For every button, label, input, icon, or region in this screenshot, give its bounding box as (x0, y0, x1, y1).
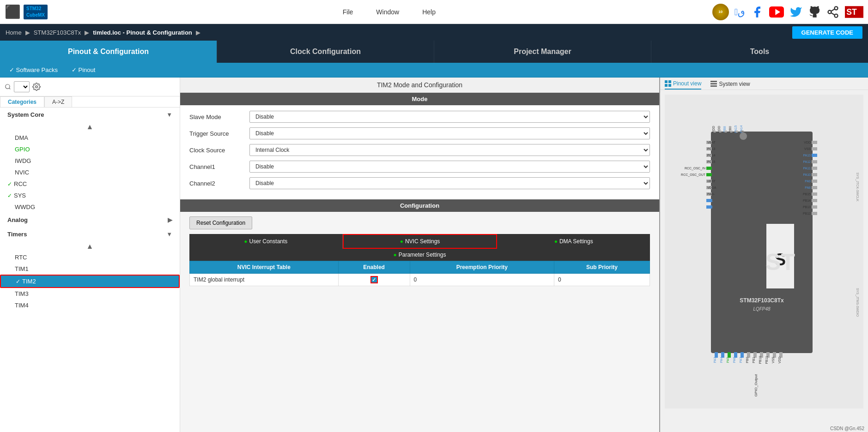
mode-section-header: Mode (180, 93, 659, 105)
svg-rect-88 (741, 352, 744, 358)
svg-text:PB12: PB12 (803, 212, 811, 215)
menu-bar: File Window Help (66, 8, 712, 16)
sidebar-item-iwdg[interactable]: IWDG (0, 155, 180, 167)
tab-system-view[interactable]: System view (710, 80, 750, 90)
section-header-system-core[interactable]: System Core ▼ (0, 108, 180, 122)
svg-text:VBAT: VBAT (707, 141, 716, 144)
share-icon[interactable] (826, 6, 839, 18)
channel1-select[interactable]: Disable (249, 161, 650, 173)
category-tabs: Categories A->Z (0, 96, 180, 108)
svg-rect-90 (747, 352, 750, 358)
menu-file[interactable]: File (343, 8, 353, 16)
twitter-icon[interactable] (789, 6, 802, 18)
sidebar-item-rtc[interactable]: RTC (0, 252, 180, 263)
sidebar-item-gpio[interactable]: GPIO (0, 144, 180, 155)
right-panel-tabs: Pinout view System view (660, 78, 868, 90)
section-header-timers[interactable]: Timers ▼ (0, 227, 180, 241)
tab-clock-configuration[interactable]: Clock Configuration (217, 41, 434, 63)
section-system-core: System Core ▼ ▲ DMA GPIO IWDG NVIC ✓ RCC… (0, 108, 180, 213)
menu-help[interactable]: Help (422, 8, 436, 16)
svg-text:PB13: PB13 (803, 205, 811, 209)
tab-pinout-view[interactable]: Pinout view (665, 80, 701, 90)
svg-point-9 (6, 84, 10, 89)
svg-text:ST: ST (846, 7, 857, 17)
scroll-up-system-core[interactable]: ▲ (0, 122, 180, 132)
tab-az[interactable]: A->Z (44, 96, 72, 107)
sidebar-item-rcc[interactable]: ✓ RCC (0, 178, 180, 190)
menu-window[interactable]: Window (376, 8, 399, 16)
check-icon-tim2: ✓ (16, 278, 20, 285)
svg-text:LQFP48: LQFP48 (753, 306, 771, 312)
app-logo: ⬛ STM32 CubeMX (5, 4, 48, 19)
enabled-checkbox[interactable] (370, 276, 378, 283)
tab-nvic-settings[interactable]: ● NVIC Settings (343, 234, 498, 249)
svg-rect-50 (812, 192, 817, 196)
section-header-analog[interactable]: Analog ▶ (0, 213, 180, 227)
tab-dma-settings[interactable]: ● DMA Settings (497, 234, 650, 249)
search-dropdown[interactable] (14, 81, 30, 92)
trigger-source-select[interactable]: Disable (249, 127, 650, 139)
col-sub-priority: Sub Priority (554, 261, 650, 274)
breadcrumb-device[interactable]: STM32F103C8Tx (34, 29, 81, 36)
tab-categories[interactable]: Categories (0, 96, 44, 107)
breadcrumb-file[interactable]: timled.ioc - Pinout & Configuration (93, 29, 192, 36)
sidebar-item-wwdg[interactable]: WWDG (0, 201, 180, 213)
svg-text:PA2: PA2 (707, 205, 713, 209)
anniversary-badge: 10 (712, 4, 729, 20)
svg-rect-12 (665, 80, 668, 83)
mode-row-channel2: Channel2 Disable (189, 177, 650, 189)
clock-source-select[interactable]: Internal Clock (249, 144, 650, 156)
tab-pinout-configuration[interactable]: Pinout & Configuration (0, 41, 217, 63)
svg-text:SYS_JTMS-SWDIO: SYS_JTMS-SWDIO (856, 288, 859, 317)
github-icon[interactable] (808, 6, 821, 18)
tab-project-manager[interactable]: Project Manager (434, 41, 651, 63)
config-section: Reset Configuration ● User Constants ● N… (180, 212, 659, 291)
mode-row-clock: Clock Source Internal Clock (189, 144, 650, 156)
scroll-up-timers[interactable]: ▲ (0, 241, 180, 252)
sidebar-item-sys[interactable]: ✓ SYS (0, 190, 180, 201)
svg-text:SYS_JTCK-SWCLK: SYS_JTCK-SWCLK (856, 173, 859, 202)
sidebar-item-tim2[interactable]: ✓ TIM2 (0, 275, 180, 288)
sidebar-item-dma[interactable]: DMA (0, 132, 180, 144)
st-logo-icon[interactable]: ST (845, 6, 863, 18)
reset-configuration-button[interactable]: Reset Configuration (189, 216, 252, 229)
sidebar-item-tim4[interactable]: TIM4 (0, 300, 180, 311)
generate-code-button[interactable]: GENERATE CODE (792, 26, 862, 39)
sidebar-item-tim1[interactable]: TIM1 (0, 263, 180, 275)
sidebar-item-tim3[interactable]: TIM3 (0, 288, 180, 300)
youtube-icon[interactable] (769, 6, 784, 18)
svg-text:PB15: PB15 (803, 192, 811, 196)
tab-tools[interactable]: Tools (651, 41, 868, 63)
main-layout: Categories A->Z System Core ▼ ▲ DMA GPIO… (0, 78, 868, 432)
panel-title: TIM2 Mode and Configuration (180, 78, 659, 93)
sub-priority-cell: 0 (554, 274, 650, 286)
config-tabs: ● User Constants ● NVIC Settings ● DMA S… (189, 234, 650, 249)
svg-text:VDD: VDD (778, 357, 781, 364)
slave-mode-label: Slave Mode (189, 114, 249, 120)
center-content: TIM2 Mode and Configuration Mode Slave M… (180, 78, 660, 432)
svg-rect-17 (710, 83, 717, 84)
facebook-icon[interactable]: ٯ (734, 6, 745, 18)
dot-param-settings: ● (394, 252, 397, 258)
sub-tab-pinout[interactable]: ✓ Pinout (72, 66, 95, 73)
svg-rect-18 (710, 85, 717, 87)
svg-rect-20 (711, 132, 813, 353)
breadcrumb-home[interactable]: Home (6, 29, 22, 36)
sub-tab-software-packs[interactable]: ✓ Software Packs (9, 66, 58, 73)
svg-text:PC15: PC15 (707, 160, 716, 163)
svg-text:PAD-: PAD- (707, 192, 715, 196)
svg-text:PA8: PA8 (805, 186, 811, 189)
preemption-cell: 0 (410, 274, 554, 286)
svg-rect-68 (706, 173, 712, 176)
svg-rect-86 (734, 352, 737, 358)
slave-mode-select[interactable]: Disable (249, 111, 650, 123)
svg-rect-14 (665, 84, 668, 87)
nvic-table: NVIC Interrupt Table Enabled Preemption … (189, 261, 650, 286)
facebook-icon[interactable] (751, 6, 764, 18)
gear-icon[interactable] (32, 83, 41, 91)
channel2-select[interactable]: Disable (249, 177, 650, 189)
sidebar-item-nvic[interactable]: NVIC (0, 167, 180, 178)
interrupt-name-cell: TIM2 global interrupt (190, 274, 339, 286)
tab-user-constants[interactable]: ● User Constants (189, 234, 343, 249)
col-enabled: Enabled (338, 261, 410, 274)
